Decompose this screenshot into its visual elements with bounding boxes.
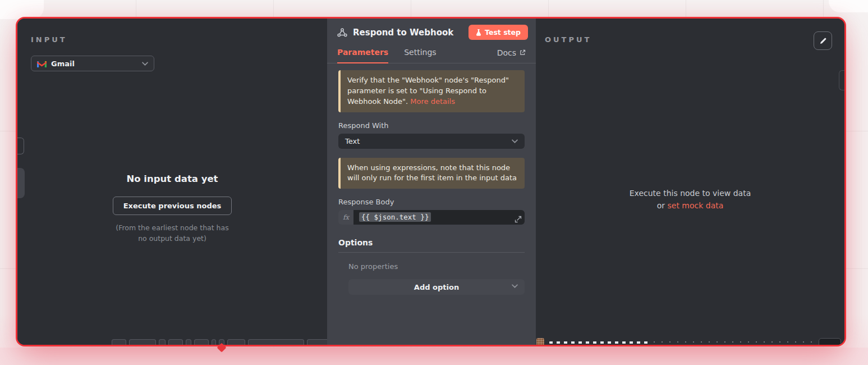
parameters-body: Verify that the "Webhook" node's "Respon… xyxy=(327,63,536,345)
options-section: Options No properties Add option xyxy=(338,238,525,295)
input-empty-hint: (From the earliest node that has no outp… xyxy=(112,222,233,244)
output-empty-line1: Execute this node to view data xyxy=(536,187,844,199)
canvas-card-top-right xyxy=(829,0,868,12)
response-body-label: Response Body xyxy=(338,198,525,206)
output-panel: OUTPUT Execute this node to view data or… xyxy=(536,19,844,345)
node-tabs: Parameters Settings Docs xyxy=(327,44,536,63)
external-link-icon xyxy=(520,49,526,56)
gmail-icon xyxy=(37,60,47,67)
node-detail-view-modal: INPUT Gmail No input data yet Execute pr… xyxy=(16,17,846,346)
clipped-schema-pills xyxy=(112,339,350,345)
panel-edge-handle[interactable] xyxy=(839,70,845,90)
input-empty-title: No input data yet xyxy=(17,174,327,184)
chevron-down-icon xyxy=(142,62,148,66)
output-empty-or: or xyxy=(657,201,668,210)
respond-with-select[interactable]: Text xyxy=(338,134,525,149)
output-empty-state: Execute this node to view data or set mo… xyxy=(536,187,844,212)
tab-parameters[interactable]: Parameters xyxy=(337,44,388,63)
canvas-pink-strip xyxy=(0,348,868,365)
node-header: Respond to Webhook Test step xyxy=(327,19,536,40)
webhook-notice: Verify that the "Webhook" node's "Respon… xyxy=(338,70,525,112)
expand-expression-icon[interactable] xyxy=(515,216,522,223)
add-option-button[interactable]: Add option xyxy=(348,279,525,295)
input-source-select[interactable]: Gmail xyxy=(31,56,154,71)
add-option-label: Add option xyxy=(414,283,459,291)
docs-link[interactable]: Docs xyxy=(497,44,526,63)
node-title: Respond to Webhook xyxy=(353,28,453,38)
clipped-output-row xyxy=(536,337,844,345)
docs-label: Docs xyxy=(497,48,516,57)
input-panel: INPUT Gmail No input data yet Execute pr… xyxy=(17,19,327,345)
respond-with-label: Respond With xyxy=(338,121,525,130)
test-step-button[interactable]: Test step xyxy=(469,25,528,40)
clipped-corner-button[interactable] xyxy=(819,338,841,345)
set-mock-data-link[interactable]: set mock data xyxy=(667,201,723,210)
node-settings-panel: Respond to Webhook Test step Parameters … xyxy=(327,19,536,345)
panel-edge-tab[interactable] xyxy=(17,168,25,198)
response-body-field: fx {{ $json.text }} xyxy=(338,210,525,225)
chevron-down-icon xyxy=(512,139,518,143)
test-step-label: Test step xyxy=(485,28,521,36)
input-panel-title: INPUT xyxy=(31,35,67,44)
output-panel-title: OUTPUT xyxy=(545,35,591,44)
execute-previous-nodes-button[interactable]: Execute previous nodes xyxy=(113,197,232,215)
expressions-notice: When using expressions, note that this n… xyxy=(338,158,525,189)
respond-with-value: Text xyxy=(345,137,360,145)
flask-icon xyxy=(476,29,481,36)
clipped-dotted-line xyxy=(654,341,816,343)
options-title: Options xyxy=(338,238,525,253)
tab-settings[interactable]: Settings xyxy=(404,44,436,63)
canvas-card-top-left xyxy=(0,0,44,19)
input-source-label: Gmail xyxy=(51,60,75,68)
respond-to-webhook-icon xyxy=(337,28,347,37)
more-details-link[interactable]: More details xyxy=(410,97,455,106)
panel-edge-tab-outline[interactable] xyxy=(17,138,24,154)
options-empty-text: No properties xyxy=(348,262,525,271)
fx-toggle[interactable]: fx xyxy=(338,210,353,225)
pencil-icon xyxy=(819,37,827,45)
edit-output-button[interactable] xyxy=(814,31,832,50)
expression-value: {{ $json.text }} xyxy=(359,212,431,222)
clipped-text-tops xyxy=(549,341,650,344)
chevron-down-icon xyxy=(512,284,518,288)
expression-input[interactable]: {{ $json.text }} xyxy=(353,210,525,225)
sheet-icon xyxy=(536,338,544,345)
input-empty-state: No input data yet Execute previous nodes… xyxy=(17,174,327,244)
